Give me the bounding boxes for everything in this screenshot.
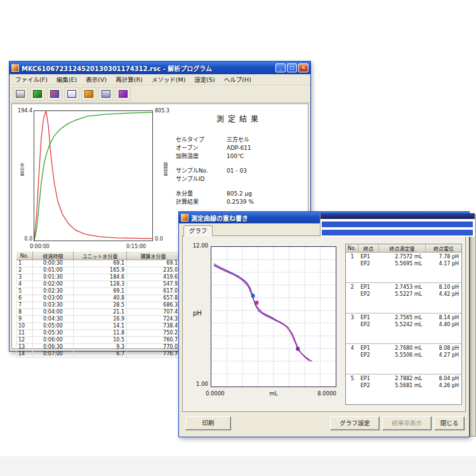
close-button[interactable]: × — [298, 63, 308, 72]
endpoint-table: No.終点終点滴定量終点電位 1EP12.7572 mL7.78 pHEP25.… — [345, 244, 462, 405]
y-axis-right-label: 積算量 — [162, 162, 168, 176]
graph-settings-button[interactable]: グラフ設定 — [330, 416, 380, 430]
endpoint-group[interactable]: 2EP12.7453 mL8.10 pHEP25.5227 mL4.42 pH — [346, 283, 461, 314]
endpoint-row: EP25.5506 mL4.27 pH — [346, 352, 461, 359]
endpoint-row: 4EP12.7680 mL8.08 pH — [346, 345, 461, 352]
field-value: 01 - 03 — [227, 168, 307, 174]
moisture-chart-plot — [34, 110, 153, 241]
data-table-icon[interactable] — [64, 87, 79, 101]
ph-axis-label: pH — [193, 310, 202, 317]
endpoint-group[interactable]: 5EP12.7882 mL8.04 pHEP25.5681 mL4.26 pH — [346, 374, 461, 405]
endpoint-row: 3EP12.7565 mL8.14 pH — [346, 314, 461, 321]
table-row[interactable]: 90:04:3016.9724.3 — [17, 316, 180, 323]
table-row[interactable]: 10:00:3069.169.1 — [17, 260, 180, 267]
result-field: オーブンADP-611 — [176, 143, 307, 152]
table-row[interactable]: 130:06:309.3770.0 — [17, 344, 180, 351]
table-row[interactable]: 140:07:006.7776.7 — [17, 351, 180, 358]
toolbar — [10, 85, 310, 103]
table-row[interactable]: 70:03:3028.5686.3 — [17, 302, 180, 309]
endpoint-table-body: 1EP12.7572 mL7.78 pHEP25.5695 mL4.17 pH2… — [346, 253, 461, 405]
result-field: 水分量805.2 μg — [176, 189, 307, 197]
print-button[interactable]: 印刷 — [185, 416, 231, 430]
print-icon — [16, 90, 25, 98]
method-icon[interactable] — [98, 87, 114, 101]
hide-results-button: 結果非表示 — [382, 416, 432, 430]
background-window-fragment — [320, 213, 475, 237]
minimize-button[interactable]: _ — [275, 63, 286, 72]
field-value: 100℃ — [227, 153, 307, 159]
titration-chart-svg — [211, 247, 336, 387]
maximize-button[interactable]: □ — [287, 63, 297, 72]
settings-icon[interactable] — [116, 87, 131, 101]
desktop: MKC6106723124520130301174312.rsc - 解析プログ… — [0, 0, 476, 476]
back-window-controls: _□× — [275, 63, 308, 72]
moisture-chart-svg — [34, 111, 152, 241]
menu-item[interactable]: メソッド(M) — [147, 74, 190, 84]
column-header: ユニット水分量 — [74, 252, 127, 260]
field-label: 計算結果 — [176, 197, 227, 206]
table-row[interactable]: 100:05:0014.1738.4 — [17, 323, 180, 330]
column-header: 終点 — [359, 244, 379, 252]
y-axis-left-min: 0.0 — [15, 236, 32, 242]
x-axis-max: 0:15:00 — [126, 244, 146, 249]
result-field: 加熱温度100℃ — [176, 152, 307, 160]
menu-item[interactable]: ファイル(F) — [11, 74, 52, 84]
selected-row-fragment — [322, 230, 473, 235]
menu-item[interactable]: 表示(V) — [81, 74, 111, 84]
chart-grid — [211, 247, 336, 387]
result-field: サンプルNo.01 - 03 — [176, 166, 307, 175]
analysis-window-titlebar[interactable]: MKC6106723124520130301174312.rsc - 解析プログ… — [10, 62, 310, 74]
table-row[interactable]: 30:01:30184.6419.6 — [17, 274, 180, 281]
endpoint-row: 5EP12.7882 mL8.04 pH — [346, 375, 461, 382]
endpoint-row: EP25.5227 mL4.42 pH — [346, 291, 461, 298]
volume-axis-max: 8.0000 — [307, 390, 336, 397]
menu-item[interactable]: 設定(S) — [190, 74, 219, 84]
menu-item[interactable]: ヘルプ(H) — [220, 74, 256, 84]
y-axis-right-min: 0.0 — [155, 236, 163, 242]
cumulative-water-curve — [34, 112, 152, 241]
endpoint-group[interactable]: 1EP12.7572 mL7.78 pHEP25.5695 mL4.17 pH — [346, 253, 461, 283]
endpoint-group[interactable]: 3EP12.7565 mL8.14 pHEP25.5242 mL4.40 pH — [346, 314, 461, 344]
analysis-window-title: MKC6106723124520130301174312.rsc - 解析プログ… — [22, 63, 273, 73]
column-header: 積算水分量 — [127, 252, 180, 260]
table-row[interactable]: 80:04:0021.1707.4 — [17, 309, 180, 316]
endpoint-row: 2EP12.7453 mL8.10 pH — [346, 284, 461, 291]
table-row[interactable]: 110:05:3011.8750.2 — [17, 330, 180, 337]
volume-axis-min: 0.0000 — [206, 390, 225, 397]
print-icon[interactable] — [13, 87, 28, 101]
menu-bar: ファイル(F)編集(E)表示(V)再計算(R)メソッド(M)設定(S)ヘルプ(H… — [10, 74, 310, 85]
field-label: サンプルID — [176, 175, 227, 183]
recalculate-icon[interactable] — [81, 87, 96, 101]
result-field: サンプルID — [176, 175, 307, 183]
dialog-icon — [181, 214, 188, 221]
recalculate-icon — [84, 90, 93, 98]
field-label: セルタイプ — [176, 135, 227, 143]
app-icon — [11, 64, 19, 72]
table-row[interactable]: 60:03:0040.8657.8 — [17, 295, 180, 302]
table-row[interactable]: 120:06:0010.5760.7 — [17, 337, 180, 344]
table-row[interactable]: 50:02:3069.1617.0 — [17, 288, 180, 295]
endpoint-group[interactable]: 4EP12.7680 mL8.08 pHEP25.5506 mL4.27 pH — [346, 344, 461, 374]
endpoint-markers — [251, 294, 300, 351]
menu-item[interactable]: 編集(E) — [52, 74, 81, 84]
field-label: 加熱温度 — [176, 152, 227, 160]
y-axis-left-label: 水分量 — [18, 162, 25, 176]
column-header: No. — [346, 244, 359, 252]
tab-graph[interactable]: グラフ — [183, 225, 213, 236]
endpoint-table-header: No.終点終点滴定量終点電位 — [346, 244, 461, 253]
background-window-titlebar-fragment — [321, 213, 475, 219]
graph-icon[interactable] — [47, 87, 62, 101]
endpoint-row: 1EP12.7572 mL7.78 pH — [346, 253, 461, 260]
background-window-edge — [470, 215, 476, 437]
table-row[interactable]: 40:02:00128.3547.9 — [17, 281, 180, 288]
table-row[interactable]: 20:01:00165.9235.0 — [17, 267, 180, 274]
field-value: ADP-611 — [227, 145, 307, 151]
graph-icon — [50, 90, 59, 98]
field-label: サンプルNo. — [176, 166, 227, 175]
field-value: 0.2539 % — [227, 199, 307, 205]
y-axis-left-max: 194.4 — [15, 108, 32, 114]
menu-item[interactable]: 再計算(R) — [111, 74, 147, 84]
preview-icon[interactable] — [30, 87, 45, 101]
close-dialog-button[interactable]: 閉じる — [434, 416, 465, 430]
volume-axis-label: mL — [264, 390, 283, 397]
